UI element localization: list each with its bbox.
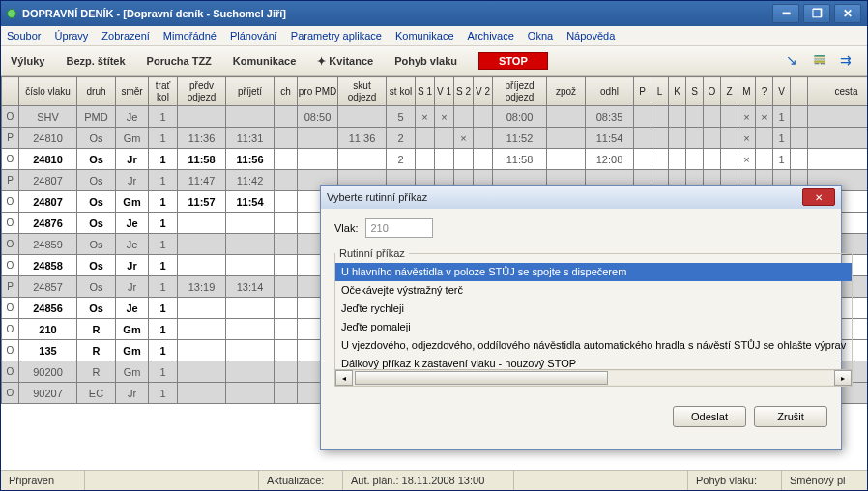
col-header[interactable]: S 1 (416, 77, 435, 106)
col-header[interactable]: cesta (808, 77, 868, 106)
table-row[interactable]: P24810OsGm111:3611:3111:362×11:5211:54×1 (2, 128, 868, 149)
menu-okna[interactable]: Okna (528, 30, 553, 42)
tb-komunikace[interactable]: Komunikace (233, 55, 296, 67)
col-header[interactable]: V 2 (474, 77, 493, 106)
col-header[interactable]: V 1 (435, 77, 454, 106)
title-bar: DOPRAVNÍ DENÍK - [Dopravní deník - Sucho… (1, 1, 867, 26)
col-header[interactable]: zpož (547, 77, 586, 106)
vlak-input[interactable] (365, 218, 433, 238)
app-icon (7, 9, 16, 18)
maximize-button[interactable]: ❐ (803, 4, 830, 23)
status-smenovy: Směnový pl (782, 471, 867, 490)
main-window: DOPRAVNÍ DENÍK - [Dopravní deník - Sucho… (0, 0, 868, 491)
col-header[interactable]: druh (77, 77, 116, 106)
tb-porucha-tzz[interactable]: Porucha TZZ (147, 55, 212, 67)
col-header[interactable]: příjezd odjezd (493, 77, 547, 106)
col-header[interactable]: ch (275, 77, 298, 106)
menu-bar: SouborÚpravyZobrazeníMimořádnéPlánováníP… (1, 26, 867, 46)
menu-mimořádné[interactable]: Mimořádné (163, 30, 217, 42)
col-header[interactable]: K (669, 77, 686, 106)
menu-komunikace[interactable]: Komunikace (395, 30, 454, 42)
col-header[interactable]: V (773, 77, 791, 106)
menu-zobrazení[interactable]: Zobrazení (101, 30, 150, 42)
status-ready: Připraven (1, 471, 85, 490)
col-header[interactable]: předv odjezd (178, 77, 226, 106)
menu-nápověda[interactable]: Nápověda (566, 30, 615, 42)
col-header[interactable]: číslo vlaku (19, 77, 77, 106)
table-row[interactable]: OSHVPMDJe108:505××08:0008:35××1 (2, 106, 868, 128)
col-header[interactable]: L (651, 77, 669, 106)
col-header[interactable]: příjetí (226, 77, 275, 106)
horizontal-scrollbar[interactable]: ◂ ▸ (335, 369, 852, 386)
status-pohyb-vlaku: Pohyb vlaku: (688, 471, 782, 490)
routine-group: Rutinní příkaz U hlavního návěstidla v p… (334, 247, 853, 387)
col-header[interactable]: skut odjezd (338, 77, 387, 106)
routine-command-dialog: Vyberte rutinní příkaz ✕ Vlak: Rutinní p… (320, 185, 842, 450)
col-header[interactable]: pro PMD (298, 77, 338, 106)
routine-item[interactable]: Jeďte pomaleji (335, 318, 852, 336)
scroll-right-button[interactable]: ▸ (834, 370, 852, 386)
scroll-left-button[interactable]: ◂ (335, 370, 353, 386)
col-header[interactable]: ? (756, 77, 773, 106)
routine-item[interactable]: U vjezdového, odjezdového, oddílového ná… (335, 336, 852, 355)
cancel-button[interactable]: Zrušit (754, 406, 827, 427)
status-bar: Připraven Aktualizace: Aut. plán.: 18.11… (1, 470, 867, 490)
tb-vyluky[interactable]: Výluky (11, 55, 44, 67)
status-aktualizace: Aktualizace: (259, 471, 343, 490)
col-header[interactable]: O (704, 77, 721, 106)
col-header[interactable]: P (634, 77, 651, 106)
send-button[interactable]: Odeslat (673, 406, 746, 427)
col-header[interactable]: Z (721, 77, 738, 106)
col-header[interactable]: S 2 (454, 77, 474, 106)
tb-bezp-stitek[interactable]: Bezp. štítek (66, 55, 125, 67)
col-header[interactable] (791, 77, 808, 106)
dialog-close-button[interactable]: ✕ (802, 188, 835, 206)
menu-parametry aplikace[interactable]: Parametry aplikace (291, 30, 382, 42)
window-title: DOPRAVNÍ DENÍK - [Dopravní deník - Sucho… (22, 8, 286, 19)
routine-item[interactable]: Dálkový příkaz k zastavení vlaku - nouzo… (335, 355, 852, 369)
train-right-icon[interactable]: ⇉ (840, 52, 857, 70)
dialog-title: Vyberte rutinní příkaz (327, 191, 802, 203)
tb-pohyb-vlaku[interactable]: Pohyb vlaku (394, 55, 457, 67)
col-header[interactable]: st kol (387, 77, 416, 106)
minimize-button[interactable]: ━ (772, 4, 799, 23)
status-autplan: Aut. plán.: 18.11.2008 13:00 (343, 471, 514, 490)
menu-soubor[interactable]: Soubor (7, 30, 41, 42)
tb-stop-button[interactable]: STOP (478, 52, 548, 70)
routine-group-label: Rutinní příkaz (335, 247, 409, 259)
col-header[interactable]: trať kol (149, 77, 178, 106)
train-left-icon[interactable]: ↘ (786, 52, 803, 70)
close-window-button[interactable]: ✕ (834, 4, 861, 23)
routine-item[interactable]: Jeďte rychleji (335, 300, 852, 318)
table-row[interactable]: O24810OsJr111:5811:56211:5812:08×1 (2, 149, 868, 170)
menu-archivace[interactable]: Archivace (468, 30, 514, 42)
scroll-thumb[interactable] (355, 371, 608, 385)
tb-kvitance[interactable]: ✦ Kvitance (317, 55, 373, 68)
col-header[interactable]: M (738, 77, 756, 106)
vlak-label: Vlak: (334, 222, 358, 234)
toolbar: Výluky Bezp. štítek Porucha TZZ Komunika… (1, 46, 867, 76)
menu-plánování[interactable]: Plánování (230, 30, 277, 42)
col-header[interactable]: odhl (586, 77, 634, 106)
routine-list[interactable]: U hlavního návěstidla v poloze STŮJ se s… (335, 263, 852, 369)
routine-item[interactable]: U hlavního návěstidla v poloze STŮJ se s… (335, 263, 852, 281)
col-header[interactable] (2, 77, 19, 106)
routine-item[interactable]: Očekávejte výstražný terč (335, 281, 852, 300)
col-header[interactable]: S (686, 77, 704, 106)
train-colored-icon[interactable]: 🚃 (813, 52, 830, 70)
menu-úpravy[interactable]: Úpravy (54, 30, 88, 42)
col-header[interactable]: směr (116, 77, 149, 106)
